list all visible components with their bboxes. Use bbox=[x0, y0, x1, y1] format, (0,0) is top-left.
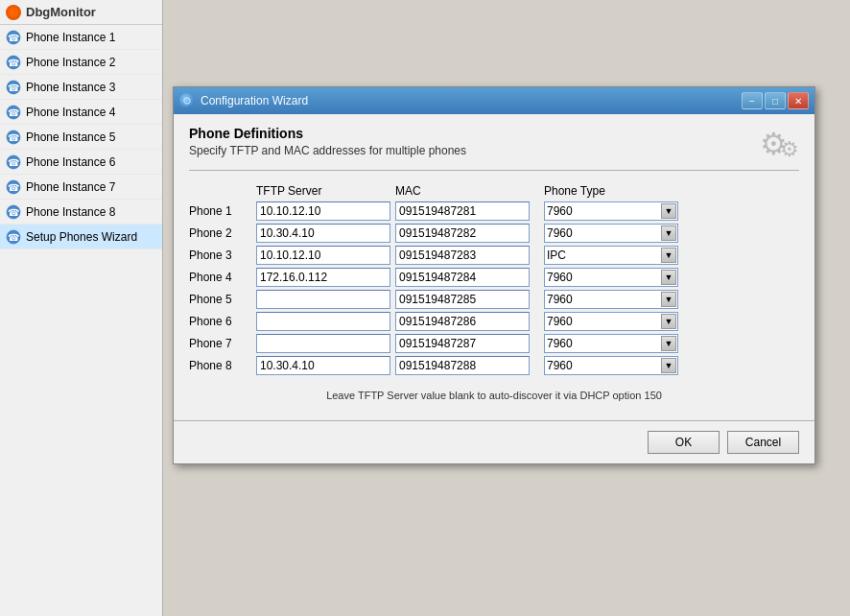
sidebar-item-label-4: Phone Instance 4 bbox=[26, 106, 115, 119]
phone-rows: Phone 17960IPC79407970▼Phone 27960IPC794… bbox=[189, 201, 799, 375]
sidebar-item-4[interactable]: ☎ Phone Instance 4 bbox=[0, 100, 162, 125]
mac-input-7[interactable] bbox=[395, 334, 530, 353]
svg-text:☎: ☎ bbox=[8, 157, 19, 168]
phone-type-wrapper-4: 7960IPC79407970▼ bbox=[544, 268, 678, 287]
sidebar: DbgMonitor ☎ Phone Instance 1 ☎ Phone In… bbox=[0, 0, 163, 616]
sidebar-item-label-1: Phone Instance 1 bbox=[26, 31, 115, 44]
phone-table: TFTP Server MAC Phone Type Phone 17960IP… bbox=[189, 178, 799, 382]
gear-decoration: ⚙ ⚙ bbox=[760, 126, 799, 162]
mac-input-6[interactable] bbox=[395, 312, 530, 331]
tftp-input-7[interactable] bbox=[256, 334, 390, 353]
dialog-body: Phone Definitions Specify TFTP and MAC a… bbox=[174, 114, 815, 420]
sidebar-item-5[interactable]: ☎ Phone Instance 5 bbox=[0, 125, 162, 150]
dialog-title: Configuration Wizard bbox=[201, 94, 742, 107]
phone-instance-icon-7: ☎ bbox=[6, 179, 21, 195]
tftp-input-4[interactable] bbox=[256, 268, 390, 287]
sidebar-item-7[interactable]: ☎ Phone Instance 7 bbox=[0, 175, 162, 200]
mac-input-2[interactable] bbox=[395, 224, 530, 243]
tftp-input-8[interactable] bbox=[256, 356, 390, 375]
phone-type-wrapper-3: 7960IPC79407970▼ bbox=[544, 246, 678, 265]
svg-text:☎: ☎ bbox=[8, 83, 19, 93]
col-tftp-header: TFTP Server bbox=[256, 184, 395, 198]
phone-row-8: Phone 87960IPC79407970▼ bbox=[189, 356, 799, 375]
phone-type-wrapper-5: 7960IPC79407970▼ bbox=[544, 290, 678, 309]
phone-type-wrapper-2: 7960IPC79407970▼ bbox=[544, 224, 678, 243]
svg-text:☎: ☎ bbox=[8, 132, 19, 143]
phone-label-6: Phone 6 bbox=[189, 315, 256, 328]
tftp-input-2[interactable] bbox=[256, 224, 390, 243]
phone-type-select-7[interactable]: 7960IPC79407970 bbox=[544, 334, 678, 353]
phone-instance-icon-1: ☎ bbox=[6, 30, 21, 45]
dialog-heading: Phone Definitions bbox=[189, 126, 466, 141]
phone-instance-icon-6: ☎ bbox=[6, 154, 21, 170]
configuration-wizard-dialog: Configuration Wizard − □ ✕ Phone Definit… bbox=[173, 86, 815, 464]
ok-button[interactable]: OK bbox=[648, 431, 720, 454]
phone-label-4: Phone 4 bbox=[189, 271, 256, 284]
phone-instance-icon-5: ☎ bbox=[6, 130, 21, 145]
phone-instance-icon-3: ☎ bbox=[6, 80, 21, 95]
sidebar-item-8[interactable]: ☎ Phone Instance 8 bbox=[0, 200, 162, 225]
phone-row-5: Phone 57960IPC79407970▼ bbox=[189, 290, 799, 309]
mac-input-5[interactable] bbox=[395, 290, 530, 309]
phone-type-wrapper-7: 7960IPC79407970▼ bbox=[544, 334, 678, 353]
svg-text:☎: ☎ bbox=[8, 107, 19, 118]
svg-text:☎: ☎ bbox=[8, 58, 19, 68]
phone-type-select-8[interactable]: 7960IPC79407970 bbox=[544, 356, 678, 375]
mac-input-1[interactable] bbox=[395, 201, 530, 221]
tftp-input-5[interactable] bbox=[256, 290, 390, 309]
phone-label-5: Phone 5 bbox=[189, 293, 256, 306]
svg-text:☎: ☎ bbox=[8, 33, 19, 43]
phone-instance-icon-4: ☎ bbox=[6, 105, 21, 120]
header-divider bbox=[189, 170, 799, 171]
footer-note: Leave TFTP Server value blank to auto-di… bbox=[189, 390, 799, 401]
phone-label-8: Phone 8 bbox=[189, 359, 256, 372]
sidebar-item-label-5: Phone Instance 5 bbox=[26, 130, 115, 144]
sidebar-item-2[interactable]: ☎ Phone Instance 2 bbox=[0, 50, 162, 75]
tftp-input-1[interactable] bbox=[256, 201, 390, 221]
app-title: DbgMonitor bbox=[26, 5, 96, 19]
mac-input-4[interactable] bbox=[395, 268, 530, 287]
tftp-input-6[interactable] bbox=[256, 312, 390, 331]
phone-type-select-4[interactable]: 7960IPC79407970 bbox=[544, 268, 678, 287]
phone-type-select-5[interactable]: 7960IPC79407970 bbox=[544, 290, 678, 309]
phone-type-select-1[interactable]: 7960IPC79407970 bbox=[544, 201, 678, 221]
sidebar-item-1[interactable]: ☎ Phone Instance 1 bbox=[0, 25, 162, 50]
phone-row-6: Phone 67960IPC79407970▼ bbox=[189, 312, 799, 331]
phone-row-2: Phone 27960IPC79407970▼ bbox=[189, 224, 799, 243]
mac-input-8[interactable] bbox=[395, 356, 530, 375]
sidebar-item-3[interactable]: ☎ Phone Instance 3 bbox=[0, 75, 162, 100]
phone-label-7: Phone 7 bbox=[189, 337, 256, 350]
title-bar: Configuration Wizard − □ ✕ bbox=[174, 87, 815, 114]
sidebar-item-label-3: Phone Instance 3 bbox=[26, 81, 115, 94]
sidebar-item-9[interactable]: ☎ Setup Phones Wizard bbox=[0, 225, 162, 249]
phone-label-3: Phone 3 bbox=[189, 249, 256, 262]
phone-row-7: Phone 77960IPC79407970▼ bbox=[189, 334, 799, 353]
phone-type-select-6[interactable]: 7960IPC79407970 bbox=[544, 312, 678, 331]
minimize-button[interactable]: − bbox=[742, 92, 763, 109]
main-area: Configuration Wizard − □ ✕ Phone Definit… bbox=[163, 0, 850, 616]
svg-text:☎: ☎ bbox=[8, 207, 19, 218]
phone-type-select-2[interactable]: 7960IPC79407970 bbox=[544, 224, 678, 243]
maximize-button[interactable]: □ bbox=[765, 92, 786, 109]
sidebar-item-label-2: Phone Instance 2 bbox=[26, 56, 115, 69]
table-header: TFTP Server MAC Phone Type bbox=[189, 182, 799, 200]
sidebar-item-6[interactable]: ☎ Phone Instance 6 bbox=[0, 150, 162, 175]
phone-type-select-3[interactable]: 7960IPC79407970 bbox=[544, 246, 678, 265]
dialog-icon bbox=[179, 93, 195, 108]
svg-text:☎: ☎ bbox=[8, 232, 19, 243]
phone-row-1: Phone 17960IPC79407970▼ bbox=[189, 201, 799, 221]
phone-instance-icon-8: ☎ bbox=[6, 204, 21, 220]
phone-row-4: Phone 47960IPC79407970▼ bbox=[189, 268, 799, 287]
col-type-header: Phone Type bbox=[544, 184, 697, 198]
dialog-header: Phone Definitions Specify TFTP and MAC a… bbox=[189, 126, 799, 162]
phone-label-1: Phone 1 bbox=[189, 204, 256, 218]
phone-instance-icon-2: ☎ bbox=[6, 55, 21, 70]
cancel-button[interactable]: Cancel bbox=[727, 431, 799, 454]
sidebar-item-label-7: Phone Instance 7 bbox=[26, 180, 115, 194]
dialog-header-text: Phone Definitions Specify TFTP and MAC a… bbox=[189, 126, 466, 157]
mac-input-3[interactable] bbox=[395, 246, 530, 265]
phone-row-3: Phone 37960IPC79407970▼ bbox=[189, 246, 799, 265]
title-bar-buttons: − □ ✕ bbox=[742, 92, 809, 109]
tftp-input-3[interactable] bbox=[256, 246, 390, 265]
close-button[interactable]: ✕ bbox=[788, 92, 809, 109]
